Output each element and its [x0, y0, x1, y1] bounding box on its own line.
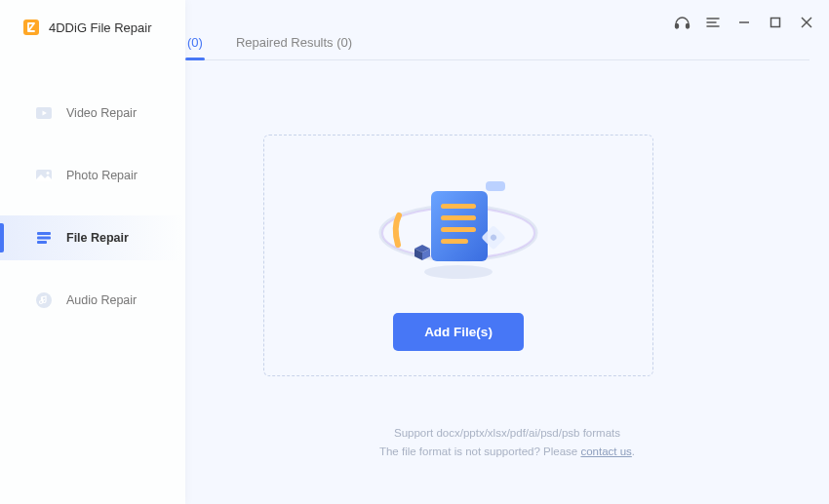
main-content: (0) Repaired Results (0)	[185, 0, 829, 504]
contact-prefix: The file format is not supported? Please	[379, 446, 580, 457]
tabs: (0) Repaired Results (0)	[185, 35, 809, 60]
sidebar-item-video-repair[interactable]: Video Repair	[0, 91, 185, 136]
svg-rect-23	[441, 227, 476, 232]
sidebar-item-file-repair[interactable]: File Repair	[0, 215, 185, 260]
tab-unrepaired[interactable]: (0)	[185, 35, 205, 59]
add-files-button[interactable]: Add File(s)	[393, 313, 524, 351]
supported-formats-text: Support docx/pptx/xlsx/pdf/ai/psd/psb fo…	[185, 424, 829, 442]
add-files-label: Add File(s)	[424, 325, 493, 339]
app-logo-area: 4DDiG File Repair	[0, 0, 185, 37]
tab-repaired-results[interactable]: Repaired Results (0)	[234, 35, 354, 59]
sidebar-item-label: Photo Repair	[66, 169, 138, 182]
footer-info: Support docx/pptx/xlsx/pdf/ai/psd/psb fo…	[185, 424, 829, 460]
sidebar-item-photo-repair[interactable]: Photo Repair	[0, 153, 185, 198]
sidebar: 4DDiG File Repair Video Repair Photo Rep…	[0, 0, 185, 504]
svg-point-27	[424, 265, 493, 279]
tab-label: Repaired Results (0)	[236, 35, 352, 50]
file-dropzone[interactable]: Add File(s)	[263, 135, 653, 376]
audio-icon	[35, 291, 53, 309]
svg-rect-24	[441, 239, 468, 244]
sidebar-item-label: File Repair	[66, 231, 129, 245]
svg-rect-6	[37, 241, 47, 244]
photo-icon	[35, 167, 53, 184]
svg-rect-21	[441, 204, 476, 209]
svg-rect-19	[486, 181, 505, 191]
contact-us-link[interactable]: contact us	[580, 446, 631, 457]
file-illustration	[361, 157, 556, 303]
video-icon	[35, 104, 53, 122]
file-icon	[35, 229, 53, 247]
svg-rect-5	[37, 237, 51, 240]
svg-rect-22	[441, 215, 476, 220]
svg-rect-4	[37, 232, 51, 235]
tab-count: (0)	[187, 35, 203, 50]
sidebar-item-label: Audio Repair	[66, 293, 137, 307]
sidebar-item-label: Video Repair	[66, 106, 137, 120]
sidebar-item-audio-repair[interactable]: Audio Repair	[0, 278, 185, 323]
app-logo-icon	[21, 18, 41, 37]
sidebar-nav: Video Repair Photo Repair File Repai	[0, 91, 185, 323]
contact-period: .	[632, 446, 635, 457]
svg-rect-20	[431, 191, 488, 261]
app-title: 4DDiG File Repair	[49, 20, 151, 35]
svg-point-3	[47, 172, 50, 174]
contact-line: The file format is not supported? Please…	[185, 443, 829, 460]
